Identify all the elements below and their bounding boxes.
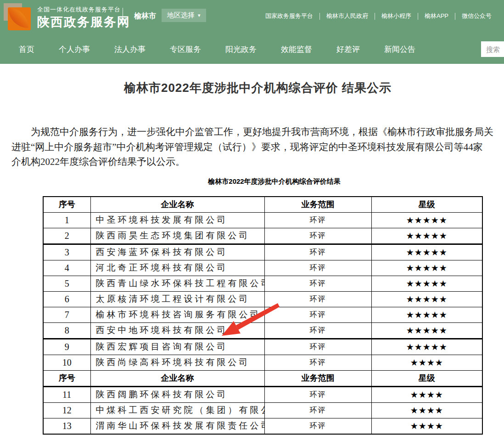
col-header-scope: 业务范围 xyxy=(264,370,371,386)
star-rating: ★★★★ xyxy=(371,355,482,370)
company-name: 太原核清环境工程设计有限公司 xyxy=(90,291,264,307)
table-row: 5 陕西青山绿水环保科技工程有限公司 环评 ★★★★★ xyxy=(43,276,482,291)
col-header-name: 企业名称 xyxy=(90,370,264,386)
announcement-document: 榆林市2022年度涉批中介机构综合评价 结果公示 为规范中介服务行为，进一步强化… xyxy=(11,64,504,435)
chevron-down-icon: ▾ xyxy=(198,13,201,18)
nav-item[interactable]: 法人办事 xyxy=(114,44,146,55)
announcement-page: 榆林市2022年度涉批中介机构综合评价 结果公示 为规范中介服务行为，进一步强化… xyxy=(0,64,504,435)
table-header-row: 序号 企业名称 业务范围 星级 xyxy=(43,370,482,386)
business-scope: 环评 xyxy=(264,212,371,228)
row-number: 11 xyxy=(43,386,90,402)
page-title: 榆林市2022年度涉批中介机构综合评价 结果公示 xyxy=(11,64,504,96)
row-number: 9 xyxy=(43,339,90,355)
table-row: 12 中煤科工西安研究院（集团）有限公司 环评 ★★★★ xyxy=(43,402,482,418)
logo-front-square xyxy=(8,7,31,30)
company-name: 中煤科工西安研究院（集团）有限公司 xyxy=(90,402,264,418)
nav-item[interactable]: 新闻公告 xyxy=(384,44,415,55)
col-header-stars: 星级 xyxy=(371,370,482,386)
row-number: 1 xyxy=(43,212,90,228)
star-rating: ★★★★ xyxy=(371,418,482,434)
company-name: 西安海蓝环保科技有限公司 xyxy=(90,244,264,260)
row-number: 10 xyxy=(43,355,90,370)
header-link[interactable]: 榆林小程序 xyxy=(375,12,418,20)
results-table-wrap: 序号 企业名称 业务范围 星级 1 中圣环境科技发展有限公司 环评 ★★★★★ … xyxy=(43,196,504,435)
business-scope: 环评 xyxy=(264,260,371,276)
star-rating: ★★★★★ xyxy=(371,322,482,339)
table-row: 8 西安中地环境科技有限公司 环评 ★★★★★ xyxy=(43,322,482,339)
site-logo-brand[interactable]: 全国一体化在线政务服务平台 陕西政务服务网 xyxy=(4,3,130,31)
business-scope: 环评 xyxy=(264,244,371,260)
col-header-no: 序号 xyxy=(43,197,90,213)
nav-item[interactable]: 阳光政务 xyxy=(225,44,257,55)
nav-item[interactable]: 效能监督 xyxy=(281,44,312,55)
table-caption: 榆林市2022年度涉批中介机构综合评价结果 xyxy=(55,177,494,186)
table-row: 13 渭南华山环保科技发展有限责任公司 环评 ★★★★ xyxy=(43,418,482,434)
platform-label: 全国一体化在线政务服务平台 xyxy=(37,6,130,14)
table-row: 7 榆林市环境科技咨询服务有限公司 环评 ★★★★★ xyxy=(43,307,482,322)
company-name: 陕西宏辉项目咨询有限公司 xyxy=(90,339,264,355)
company-name: 西安中地环境科技有限公司 xyxy=(90,322,264,339)
col-header-scope: 业务范围 xyxy=(264,197,371,213)
company-name: 河北奇正环境科技有限公司 xyxy=(90,260,264,276)
table-header-row: 序号 企业名称 业务范围 星级 xyxy=(43,197,482,213)
row-number: 2 xyxy=(43,228,90,244)
business-scope: 环评 xyxy=(264,322,371,339)
results-table: 序号 企业名称 业务范围 星级 1 中圣环境科技发展有限公司 环评 ★★★★★ … xyxy=(43,196,483,435)
star-rating: ★★★★★ xyxy=(371,244,482,260)
search-input[interactable] xyxy=(481,41,504,57)
company-name: 渭南华山环保科技发展有限责任公司 xyxy=(90,418,264,434)
header-link[interactable]: 榆林市人民政府 xyxy=(320,12,375,20)
star-rating: ★★★★★ xyxy=(371,228,482,244)
announcement-paragraph: 为规范中介服务行为，进一步强化中介监管工作，更好地提升我市营商环境，根据《榆林市… xyxy=(11,124,504,169)
header-link[interactable]: 微信公众号 xyxy=(455,12,498,20)
star-rating: ★★★★★ xyxy=(371,307,482,322)
col-header-name: 企业名称 xyxy=(90,197,264,213)
row-number: 12 xyxy=(43,402,90,418)
company-name: 榆林市环境科技咨询服务有限公司 xyxy=(90,307,264,322)
paragraph-line: 进驻“网上中介服务超市”中介机构考评管理规定（试行）》要求，现将评定的中圣环境科… xyxy=(11,140,504,155)
row-number: 4 xyxy=(43,260,90,276)
row-number: 7 xyxy=(43,307,90,322)
table-row: 10 陕西尚绿高科环境科技有限公司 环评 ★★★★ xyxy=(43,355,482,370)
current-city-label: 榆林市 xyxy=(134,11,156,21)
business-scope: 环评 xyxy=(264,228,371,244)
star-rating: ★★★★★ xyxy=(371,339,482,355)
star-rating: ★★★★★ xyxy=(371,212,482,228)
header-link[interactable]: 榆林APP xyxy=(418,12,455,20)
table-row: 2 陕西雨昊生态环境集团有限公司 环评 ★★★★★ xyxy=(43,228,482,244)
star-rating: ★★★★★ xyxy=(371,276,482,291)
business-scope: 环评 xyxy=(264,307,371,322)
table-row: 9 陕西宏辉项目咨询有限公司 环评 ★★★★★ xyxy=(43,339,482,355)
business-scope: 环评 xyxy=(264,386,371,402)
paragraph-line: 为规范中介服务行为，进一步强化中介监管工作，更好地提升我市营商环境，根据《榆林市… xyxy=(11,124,504,140)
star-rating: ★★★★★ xyxy=(371,260,482,276)
row-number: 3 xyxy=(43,244,90,260)
region-select-button[interactable]: 地区选择 ▾ xyxy=(162,9,206,22)
nav-item[interactable]: 专区服务 xyxy=(170,44,201,55)
brand-text: 全国一体化在线政务服务平台 陕西政务服务网 xyxy=(37,6,130,29)
company-name: 陕西青山绿水环保科技工程有限公司 xyxy=(90,276,264,291)
table-row: 1 中圣环境科技发展有限公司 环评 ★★★★★ xyxy=(43,212,482,228)
nav-item[interactable]: 个人办事 xyxy=(59,44,90,55)
col-header-no: 序号 xyxy=(43,370,90,386)
company-name: 陕西尚绿高科环境科技有限公司 xyxy=(90,355,264,370)
row-number: 8 xyxy=(43,322,90,339)
business-scope: 环评 xyxy=(264,418,371,434)
business-scope: 环评 xyxy=(264,339,371,355)
results-table-body: 序号 企业名称 业务范围 星级 1 中圣环境科技发展有限公司 环评 ★★★★★ … xyxy=(43,197,482,434)
row-number: 6 xyxy=(43,291,90,307)
row-number: 13 xyxy=(43,418,90,434)
header-link[interactable]: 国家政务服务平台 xyxy=(265,12,319,20)
nav-item[interactable]: 好差评 xyxy=(336,44,360,55)
main-nav: 首页个人办事法人办事专区服务阳光政务效能监督好差评新闻公告 xyxy=(0,34,504,64)
paragraph-line: 介机构2022年度综合评价结果予以公示。 xyxy=(11,154,504,169)
region-select-label: 地区选择 xyxy=(167,11,195,20)
table-row: 6 太原核清环境工程设计有限公司 环评 ★★★★★ xyxy=(43,291,482,307)
star-rating: ★★★★ xyxy=(371,402,482,418)
nav-item[interactable]: 首页 xyxy=(19,44,34,55)
site-logo-icon xyxy=(4,3,31,31)
table-row: 3 西安海蓝环保科技有限公司 环评 ★★★★★ xyxy=(43,244,482,260)
header-divider xyxy=(123,8,123,27)
col-header-stars: 星级 xyxy=(371,197,482,213)
star-rating: ★★★★ xyxy=(371,386,482,402)
